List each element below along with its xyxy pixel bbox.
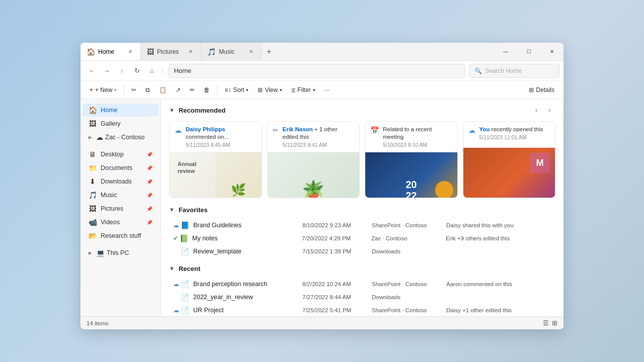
new-button[interactable]: + + New ▾ (86, 85, 121, 95)
item-count: 14 items (87, 320, 108, 326)
refresh-button[interactable]: ↻ (130, 64, 144, 78)
add-tab-button[interactable]: + (262, 43, 276, 60)
excel-file-icon: 📗 (180, 234, 188, 242)
list-item[interactable]: ☁ 📄 Brand perception research 8/2/2022 1… (169, 278, 555, 291)
home-nav-button[interactable]: ⌂ (145, 64, 159, 78)
file-location: SharePoint · Contoso (372, 281, 442, 287)
maximize-button[interactable]: ☐ (517, 43, 540, 61)
sidebar-item-downloads[interactable]: ⬇ Downloads 📌 (83, 175, 158, 188)
delete-icon: 🗑 (204, 86, 210, 94)
sidebar-item-music[interactable]: 🎵 Music 📌 (83, 189, 158, 202)
ppt-file-icon: 📄 (181, 293, 189, 301)
filter-icon: ⧖ (291, 86, 295, 94)
tab-close-button[interactable]: ✕ (187, 48, 195, 56)
action-toolbar: + + New ▾ ✂ ⧉ 📋 ↗ ✏ 🗑 ≡↕ Sort ▾ ⊞ View ▾… (80, 81, 564, 99)
sidebar-item-gallery[interactable]: 🖼 Gallery (83, 117, 158, 130)
list-item[interactable]: ☁ 📘 Brand Guidelines 8/10/2022 9:23 AM S… (169, 219, 555, 232)
titlebar: 🏠 Home ✕ 🖼 Pictures ✕ 🎵 Music ✕ + — ☐ ✕ (80, 43, 564, 61)
up-button[interactable]: ↑ (115, 64, 129, 78)
rename-button[interactable]: ✏ (186, 85, 199, 95)
recent-section: ▼ Recent ☁ 📄 Brand perception research 8… (169, 265, 555, 316)
sidebar-item-onedrive[interactable]: ▶ ☁ Zac - Contoso (83, 131, 158, 144)
rec-card-date: 5/11/2023 11:01 AM (479, 134, 550, 140)
rec-card-plant-care[interactable]: ✏ Erik Nason + 1 other edited this 5/11/… (267, 121, 360, 198)
favorites-section: ▼ Favorites ☁ 📘 Brand Guidelines 8/10/20… (169, 206, 555, 258)
close-button[interactable]: ✕ (540, 43, 564, 61)
copy-button[interactable]: ⧉ (141, 85, 154, 95)
tab-home[interactable]: 🏠 Home ✕ (80, 43, 141, 60)
back-button[interactable]: ← (85, 64, 99, 78)
tab-icon: 🎵 (207, 48, 216, 56)
rec-card-sales-analysis[interactable]: ☁ You recently opened this 5/11/2023 11:… (463, 121, 556, 198)
search-placeholder: Search Home (485, 67, 522, 74)
tab-close-button[interactable]: ✕ (126, 48, 134, 56)
sidebar-item-label: This PC (107, 249, 129, 256)
toolbar-separator-1 (124, 85, 124, 95)
window-controls: — ☐ ✕ (494, 43, 564, 60)
sort-chevron-icon: ▾ (246, 87, 249, 93)
documents-icon: 📁 (89, 164, 97, 172)
more-button[interactable]: ··· (320, 85, 334, 95)
file-date: 8/2/2022 10:24 AM (302, 281, 368, 287)
file-location: SharePoint · Contoso (372, 307, 442, 313)
rec-card-annual-review[interactable]: ☁ Daisy Philipps commented on... 5/11/20… (169, 121, 262, 198)
tab-label: Pictures (157, 48, 179, 55)
file-location: Downloads (372, 294, 442, 300)
sidebar-item-thispc[interactable]: ▶ 💻 This PC (83, 246, 158, 259)
view-button[interactable]: ⊞ View ▾ (254, 85, 286, 95)
file-date: 7/15/2022 1:39 PM (302, 248, 368, 254)
tab-pictures[interactable]: 🖼 Pictures ✕ (141, 43, 201, 60)
sort-button[interactable]: ≡↕ Sort ▾ (220, 85, 253, 95)
computer-icon: 💻 (96, 249, 105, 257)
recent-toggle[interactable]: ▼ (169, 265, 175, 272)
cut-button[interactable]: ✂ (127, 85, 140, 95)
list-view-icon[interactable]: ☰ (543, 319, 549, 327)
filter-button[interactable]: ⧖ Filter ▾ (287, 85, 319, 95)
tab-label: Home (98, 48, 114, 55)
favorites-toggle[interactable]: ▼ (169, 207, 175, 213)
edit-icon: ✏ (273, 126, 279, 134)
ppt-file-icon: 📄 (181, 306, 189, 314)
sidebar-item-pictures[interactable]: 🖼 Pictures 📌 (83, 202, 158, 215)
file-activity: Aaron commented on this (446, 281, 551, 287)
search-bar[interactable]: 🔍 Search Home (469, 64, 559, 78)
forward-button[interactable]: → (100, 64, 114, 78)
videos-icon: 📹 (89, 218, 97, 226)
recommended-toggle[interactable]: ▼ (169, 107, 175, 113)
tab-music[interactable]: 🎵 Music ✕ (201, 43, 262, 60)
recommended-prev-button[interactable]: ‹ (530, 104, 542, 116)
new-chevron-icon: ▾ (114, 87, 117, 93)
list-item[interactable]: ✔ 📗 My notes 7/20/2022 4:29 PM Zac · Con… (169, 232, 555, 245)
delete-button[interactable]: 🗑 (200, 85, 214, 95)
sidebar-item-label: Zac - Contoso (105, 134, 145, 141)
rec-card-description: Daisy Philipps commented on... (186, 126, 257, 141)
rename-icon: ✏ (190, 86, 195, 94)
address-bar[interactable]: Home (169, 64, 465, 78)
minimize-button[interactable]: — (494, 43, 517, 61)
sidebar-item-research[interactable]: 📂 Research stuff (83, 229, 158, 242)
sidebar-item-home[interactable]: 🏠 Home (83, 104, 158, 117)
sidebar-item-videos[interactable]: 📹 Videos 📌 (83, 216, 158, 229)
cloud-sync-icon: ☁ (173, 222, 179, 229)
rec-card-brand-design[interactable]: 📅 Related to a recent meeting 5/10/2023 … (365, 121, 458, 198)
tab-close-button[interactable]: ✕ (247, 48, 255, 56)
grid-view-icon[interactable]: ⊞ (552, 319, 557, 327)
recommended-next-button[interactable]: › (543, 104, 555, 116)
list-item[interactable]: 📄 Review_template 7/15/2022 1:39 PM Down… (169, 245, 555, 258)
list-item[interactable]: ☁ 📄 UR Project 7/25/2022 5:41 PM SharePo… (169, 304, 555, 316)
sidebar-item-label: Downloads (101, 178, 132, 185)
sidebar-item-desktop[interactable]: 🖥 Desktop 📌 (83, 148, 158, 161)
cloud-icon: ☁ (175, 126, 182, 134)
paste-button[interactable]: 📋 (155, 85, 171, 95)
rec-card-description: Erik Nason + 1 other edited this (283, 126, 355, 141)
rec-card-date: 5/11/2023 9:41 AM (283, 142, 355, 148)
file-status-icons: ☁ 📄 (173, 280, 189, 288)
sidebar-item-documents[interactable]: 📁 Documents 📌 (83, 161, 158, 174)
recommended-nav: ‹ › (530, 104, 555, 116)
sidebar-item-label: Research stuff (101, 232, 141, 239)
file-location: Downloads (372, 248, 442, 254)
share-button[interactable]: ↗ (172, 85, 185, 95)
details-button[interactable]: ⊞ Details (525, 85, 558, 95)
list-item[interactable]: 📄 2022_year_in_review 7/27/2022 8:44 AM … (169, 291, 555, 304)
calendar-icon: 📅 (370, 126, 379, 134)
